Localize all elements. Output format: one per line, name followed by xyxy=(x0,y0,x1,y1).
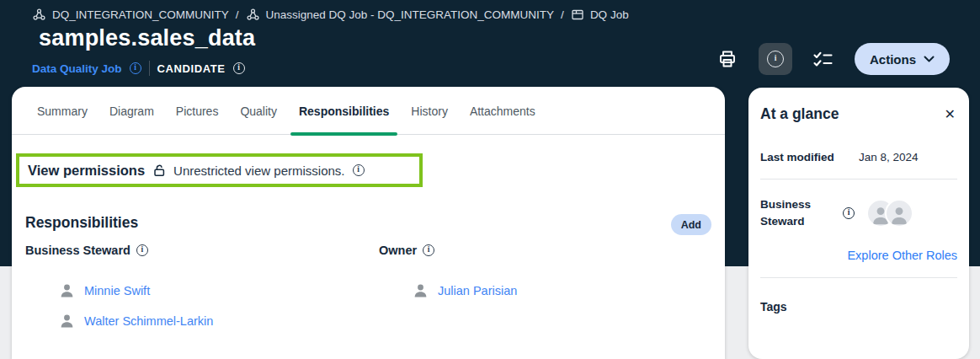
vertical-divider xyxy=(149,61,150,76)
community-icon xyxy=(246,8,260,22)
breadcrumb-separator: / xyxy=(561,8,564,21)
asset-type-link[interactable]: Data Quality Job xyxy=(32,62,122,75)
toolbar: Actions xyxy=(717,43,950,75)
breadcrumb-separator: / xyxy=(236,8,239,21)
page-title: samples.sales_data xyxy=(39,25,255,51)
tab-attachments[interactable]: Attachments xyxy=(461,104,544,134)
person-avatar-icon xyxy=(413,282,429,299)
page: DQ_INTEGRATION_COMMUNITY/Unassigned DQ J… xyxy=(0,0,980,359)
tasks-button[interactable] xyxy=(812,51,834,67)
status-badge: CANDIDATE xyxy=(157,62,226,75)
chevron-down-icon xyxy=(924,56,935,62)
breadcrumb-item[interactable]: DQ_INTEGRATION_COMMUNITY xyxy=(32,8,229,22)
tab-summary[interactable]: Summary xyxy=(29,104,96,134)
responsibility-column: Business StewardMinnie SwiftWalter Schim… xyxy=(25,244,379,330)
tab-history[interactable]: History xyxy=(402,104,456,134)
tab-quality[interactable]: Quality xyxy=(232,104,285,134)
community-icon xyxy=(32,8,46,22)
view-permissions-message: Unrestricted view permissions. xyxy=(173,163,344,178)
people-list: Minnie SwiftWalter Schimmel-Larkin xyxy=(25,282,379,330)
info-icon[interactable] xyxy=(423,244,434,256)
person-row: Julian Parisian xyxy=(379,282,711,299)
steward-avatars[interactable] xyxy=(866,199,913,228)
unlock-icon xyxy=(152,163,166,177)
breadcrumb-item-label: DQ_INTEGRATION_COMMUNITY xyxy=(52,8,229,21)
actions-button[interactable]: Actions xyxy=(855,43,950,75)
breadcrumb-item[interactable]: DQ Job xyxy=(571,8,629,21)
at-a-glance-toggle-button[interactable] xyxy=(759,43,792,75)
person-row: Minnie Swift xyxy=(25,282,379,299)
business-steward-label: Business Steward xyxy=(760,196,833,230)
tasks-checklist-icon xyxy=(812,51,834,67)
people-list: Julian Parisian xyxy=(379,282,711,299)
printer-icon xyxy=(717,49,738,69)
tab-responsibilities[interactable]: Responsibilities xyxy=(290,104,397,134)
responsibilities-heading: Responsibilities xyxy=(25,214,138,232)
divider xyxy=(760,277,957,278)
info-icon[interactable] xyxy=(136,244,148,256)
breadcrumb-item[interactable]: Unassigned DQ Job - DQ_INTEGRATION_COMMU… xyxy=(246,8,555,22)
role-column-title: Owner xyxy=(379,244,417,257)
breadcrumb-item-label: Unassigned DQ Job - DQ_INTEGRATION_COMMU… xyxy=(266,8,555,21)
person-row: Walter Schimmel-Larkin xyxy=(25,313,379,330)
role-column-title: Business Steward xyxy=(25,244,130,257)
responsibilities-columns: Business StewardMinnie SwiftWalter Schim… xyxy=(25,244,711,330)
tags-label: Tags xyxy=(760,300,957,313)
avatar[interactable] xyxy=(885,199,913,228)
last-modified-value: Jan 8, 2024 xyxy=(859,151,919,163)
explore-other-roles-link[interactable]: Explore Other Roles xyxy=(760,249,957,262)
person-avatar-icon xyxy=(59,282,75,299)
breadcrumb-item-label: DQ Job xyxy=(590,8,629,21)
person-avatar-icon xyxy=(59,313,75,330)
role-column-header: Business Steward xyxy=(25,244,379,257)
info-icon xyxy=(767,51,784,67)
info-icon[interactable] xyxy=(233,62,245,74)
add-responsibility-button[interactable]: Add xyxy=(671,214,711,235)
breadcrumb: DQ_INTEGRATION_COMMUNITY/Unassigned DQ J… xyxy=(32,8,629,22)
person-link[interactable]: Julian Parisian xyxy=(438,284,517,297)
asset-box-icon xyxy=(571,8,584,21)
role-column-header: Owner xyxy=(379,244,711,257)
asset-meta-row: Data Quality Job CANDIDATE xyxy=(32,61,245,76)
close-icon[interactable] xyxy=(943,106,957,123)
print-button[interactable] xyxy=(717,49,738,69)
at-a-glance-title: At a glance xyxy=(760,105,839,123)
responsibility-column: OwnerJulian Parisian xyxy=(379,244,711,330)
tab-pictures[interactable]: Pictures xyxy=(168,104,227,134)
asset-main-card: SummaryDiagramPicturesQualityResponsibil… xyxy=(12,87,725,359)
at-a-glance-panel: At a glance Last modified Jan 8, 2024 Bu… xyxy=(748,88,969,359)
divider xyxy=(760,179,957,180)
info-icon[interactable] xyxy=(130,62,141,74)
person-link[interactable]: Walter Schimmel-Larkin xyxy=(84,314,213,328)
person-link[interactable]: Minnie Swift xyxy=(84,284,150,297)
info-icon[interactable] xyxy=(843,207,855,219)
tab-bar: SummaryDiagramPicturesQualityResponsibil… xyxy=(12,87,725,135)
view-permissions-highlight: View permissions Unrestricted view permi… xyxy=(16,153,423,187)
last-modified-label: Last modified xyxy=(760,151,859,163)
tab-diagram[interactable]: Diagram xyxy=(101,104,162,134)
actions-button-label: Actions xyxy=(870,52,916,67)
info-icon[interactable] xyxy=(353,164,365,176)
view-permissions-title: View permissions xyxy=(28,163,145,179)
